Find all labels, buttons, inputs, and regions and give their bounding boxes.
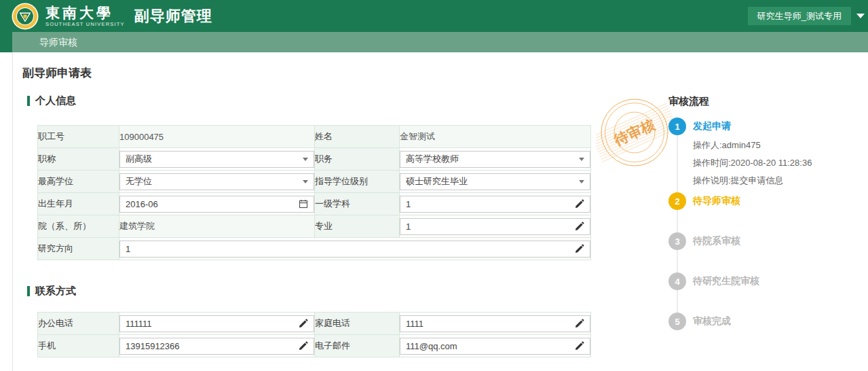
pencil-icon[interactable] bbox=[575, 199, 584, 209]
role-switcher-label[interactable]: 研究生导师_测试专用 bbox=[748, 7, 851, 25]
name-value: 金智测试 bbox=[400, 126, 591, 148]
pending-review-stamp: 待审核 bbox=[596, 96, 673, 174]
workflow-step-2: 2 待导师审核 bbox=[668, 192, 867, 210]
section-accent-bar bbox=[27, 286, 30, 296]
university-name-zh: 東南大學 bbox=[45, 5, 125, 20]
stamp-text: 待审核 bbox=[611, 116, 657, 148]
employee-id-value: 109000475 bbox=[119, 126, 315, 148]
content-left-divider bbox=[12, 52, 13, 371]
field-label: 出生年月 bbox=[38, 193, 119, 215]
field-label: 院（系、所） bbox=[38, 215, 119, 238]
table-row: 手机 13915912366 电子邮件 111@qq.com bbox=[38, 335, 591, 357]
nav-item-mentor-review[interactable]: 导师审核 bbox=[27, 32, 90, 52]
pencil-icon[interactable] bbox=[575, 222, 584, 231]
workflow-title: 审核流程 bbox=[668, 95, 867, 108]
mobile-input[interactable]: 13915912366 bbox=[119, 338, 314, 355]
table-row: 职工号 109000475 姓名 金智测试 bbox=[38, 126, 591, 148]
field-label: 职工号 bbox=[38, 126, 119, 148]
chevron-down-icon[interactable] bbox=[303, 180, 308, 183]
chevron-down-icon[interactable] bbox=[856, 14, 865, 18]
major-input[interactable]: 1 bbox=[400, 218, 590, 235]
section-contact-title: 联系方式 bbox=[35, 285, 76, 298]
navbar-corner bbox=[0, 32, 12, 52]
detail-operator: 操作人:admin475 bbox=[693, 137, 867, 154]
step-label: 待院系审核 bbox=[693, 235, 740, 247]
field-label: 姓名 bbox=[315, 126, 400, 148]
workflow-step-5: 5 审核完成 bbox=[668, 313, 867, 330]
section-accent-bar bbox=[27, 96, 30, 106]
review-workflow-panel: 审核流程 1 发起申请 操作人:admin475 操作时间:2020-08-20… bbox=[668, 95, 867, 330]
office-phone-input[interactable]: 111111 bbox=[119, 315, 314, 332]
step-label: 发起申请 bbox=[693, 120, 731, 132]
birth-month-datepicker[interactable]: 2016-06 bbox=[119, 196, 314, 213]
home-phone-input[interactable]: 1111 bbox=[400, 315, 590, 332]
step-label: 审核完成 bbox=[693, 315, 731, 328]
field-label: 家庭电话 bbox=[315, 313, 400, 335]
personal-info-table: 职工号 109000475 姓名 金智测试 职称 副高级 职务 高等学校教师 最… bbox=[37, 125, 591, 260]
field-label: 职称 bbox=[38, 148, 119, 171]
step-number-badge: 3 bbox=[668, 232, 686, 250]
workflow-connector-line bbox=[677, 126, 678, 323]
main-navbar: 导师审核 bbox=[0, 32, 868, 52]
table-row: 办公电话 111111 家庭电话 1111 bbox=[38, 313, 591, 335]
department-value: 建筑学院 bbox=[119, 215, 315, 238]
university-name: 東南大學 SOUTHEAST UNIVERSITY bbox=[45, 5, 125, 27]
section-personal-info: 个人信息 bbox=[27, 94, 76, 107]
app-title: 副导师管理 bbox=[134, 6, 212, 26]
step-label: 待导师审核 bbox=[693, 195, 740, 207]
workflow-step-3: 3 待院系审核 bbox=[668, 232, 867, 250]
step-number-badge: 1 bbox=[668, 118, 686, 135]
title-select[interactable]: 副高级 bbox=[119, 151, 314, 168]
app-header: 東南大學 SOUTHEAST UNIVERSITY 副导师管理 研究生导师_测试… bbox=[0, 0, 868, 32]
field-label: 职务 bbox=[315, 148, 400, 171]
chevron-down-icon[interactable] bbox=[579, 158, 584, 161]
highest-degree-select[interactable]: 无学位 bbox=[119, 173, 314, 190]
contact-info-table: 办公电话 111111 家庭电话 1111 手机 13915912366 电子邮… bbox=[37, 312, 591, 357]
step-number-badge: 4 bbox=[668, 272, 686, 290]
field-label: 办公电话 bbox=[38, 313, 119, 335]
table-row: 研究方向 1 bbox=[38, 238, 591, 260]
research-direction-input[interactable]: 1 bbox=[119, 241, 590, 258]
field-label: 手机 bbox=[38, 335, 119, 357]
page-title: 副导师申请表 bbox=[22, 65, 92, 81]
workflow-step-4: 4 待研究生院审核 bbox=[668, 272, 867, 290]
table-row: 职称 副高级 职务 高等学校教师 bbox=[38, 148, 591, 171]
step-number-badge: 5 bbox=[668, 313, 686, 330]
pencil-icon[interactable] bbox=[575, 244, 584, 253]
university-name-en: SOUTHEAST UNIVERSITY bbox=[45, 22, 125, 27]
workflow-step-1-details: 操作人:admin475 操作时间:2020-08-20 11:28:36 操作… bbox=[693, 137, 867, 190]
pencil-icon[interactable] bbox=[299, 341, 308, 351]
field-label: 专业 bbox=[315, 215, 400, 238]
pencil-icon[interactable] bbox=[299, 319, 308, 328]
position-select[interactable]: 高等学校教师 bbox=[400, 151, 590, 168]
university-logo-icon bbox=[12, 3, 39, 30]
chevron-down-icon[interactable] bbox=[579, 180, 584, 183]
email-input[interactable]: 111@qq.com bbox=[400, 338, 590, 355]
field-label: 研究方向 bbox=[38, 238, 119, 260]
table-row: 出生年月 2016-06 一级学科 1 bbox=[38, 193, 591, 215]
step-label: 待研究生院审核 bbox=[693, 275, 759, 287]
table-row: 最高学位 无学位 指导学位级别 硕士研究生毕业 bbox=[38, 171, 591, 193]
pencil-icon[interactable] bbox=[575, 319, 584, 328]
first-discipline-input[interactable]: 1 bbox=[400, 196, 590, 213]
field-label: 指导学位级别 bbox=[315, 171, 400, 193]
field-label: 最高学位 bbox=[38, 171, 119, 193]
chevron-down-icon[interactable] bbox=[303, 158, 308, 161]
section-contact-info: 联系方式 bbox=[27, 285, 76, 298]
section-personal-title: 个人信息 bbox=[35, 94, 76, 107]
step-number-badge: 2 bbox=[668, 192, 686, 210]
field-label: 一级学科 bbox=[315, 193, 400, 215]
pencil-icon[interactable] bbox=[575, 341, 584, 351]
guide-degree-level-select[interactable]: 硕士研究生毕业 bbox=[400, 173, 590, 190]
calendar-icon[interactable] bbox=[299, 199, 308, 209]
detail-note: 操作说明:提交申请信息 bbox=[693, 172, 867, 190]
table-row: 院（系、所） 建筑学院 专业 1 bbox=[38, 215, 591, 238]
field-label: 电子邮件 bbox=[315, 335, 400, 357]
detail-time: 操作时间:2020-08-20 11:28:36 bbox=[693, 154, 867, 172]
workflow-step-1: 1 发起申请 bbox=[668, 118, 867, 135]
role-switcher[interactable]: 研究生导师_测试专用 bbox=[748, 0, 865, 32]
